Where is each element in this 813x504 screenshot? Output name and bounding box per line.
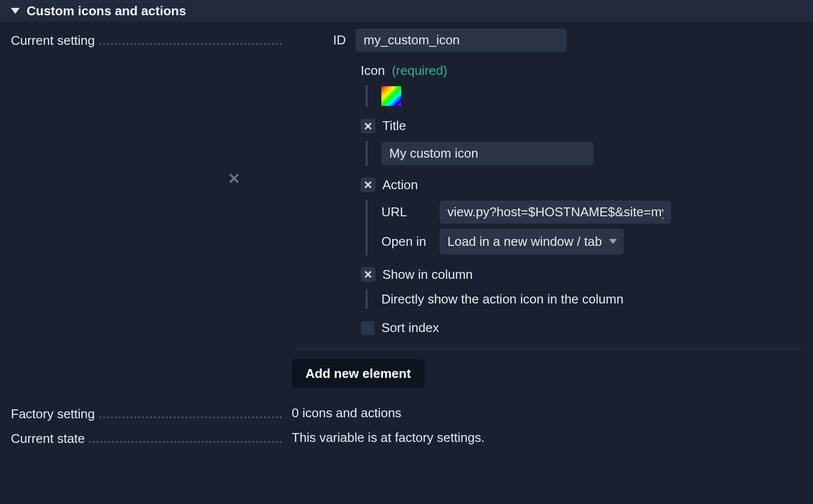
title-label: Title [382, 117, 406, 134]
show-in-column-label: Show in column [382, 266, 473, 283]
open-in-label: Open in [381, 233, 431, 250]
label-current-state: Current state [11, 427, 282, 447]
section-header[interactable]: Custom icons and actions [0, 0, 813, 22]
sort-index-checkbox[interactable] [361, 321, 374, 335]
icon-preview[interactable] [381, 86, 401, 106]
sort-index-label: Sort index [381, 319, 439, 336]
id-input[interactable] [356, 29, 567, 52]
remove-show-in-column-button[interactable] [361, 267, 375, 282]
collapse-icon [11, 8, 20, 14]
url-input[interactable] [440, 201, 671, 224]
required-tag: (required) [392, 62, 447, 79]
title-input[interactable] [381, 142, 593, 165]
id-label: ID [292, 31, 349, 49]
block-divider [292, 349, 802, 349]
factory-setting-value: 0 icons and actions [292, 405, 402, 420]
label-current-setting: Current setting [11, 29, 282, 49]
add-new-element-button[interactable]: Add new element [292, 359, 425, 388]
url-label: URL [381, 203, 431, 221]
delete-element-button[interactable] [229, 170, 239, 188]
section-title: Custom icons and actions [27, 2, 186, 20]
icon-label: Icon [361, 62, 385, 79]
show-in-column-desc: Directly show the action icon in the col… [381, 292, 623, 306]
current-state-value: This variable is at factory settings. [292, 430, 485, 445]
chevron-down-icon [609, 239, 617, 244]
open-in-select[interactable]: Load in a new window / tab [440, 229, 624, 254]
remove-title-button[interactable] [361, 119, 375, 134]
label-factory-setting: Factory setting [11, 402, 282, 423]
action-label: Action [382, 176, 418, 194]
remove-action-button[interactable] [361, 177, 375, 192]
